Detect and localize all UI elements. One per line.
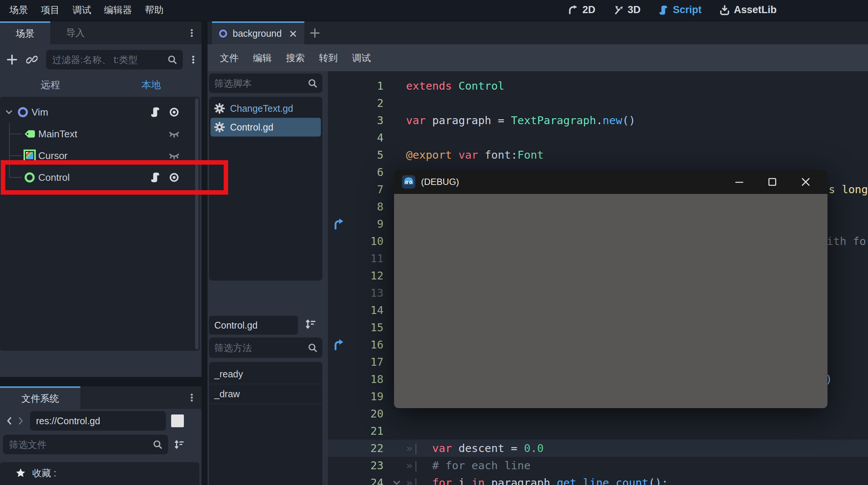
code-token: () (622, 114, 635, 127)
history-forward-icon[interactable] (15, 416, 26, 426)
script-list-item[interactable]: Control.gd (211, 118, 321, 137)
workspace-label: Script (673, 4, 702, 16)
history-back-icon[interactable] (4, 416, 15, 426)
workspace-button-assetlib[interactable]: AssetLib (719, 4, 777, 16)
code-token: . (550, 476, 557, 485)
favorites-label: 收藏 : (32, 467, 56, 479)
remote-button[interactable]: 远程 (0, 78, 101, 92)
eye-closed-icon[interactable] (168, 128, 180, 140)
tab-import[interactable]: 导入 (50, 21, 101, 44)
scripts-filter-input[interactable] (209, 74, 322, 93)
godot-editor: 场景项目调试编辑器帮助 2D3DScriptAssetLib 场景 导入 远程 (0, 0, 868, 485)
sort-files-icon[interactable] (173, 439, 185, 450)
script-editor-menubar: 文件编辑搜索转到调试 (208, 44, 868, 71)
script-icon (658, 5, 669, 16)
debug-window-title: (DEBUG) (421, 177, 459, 187)
node-buttons (168, 128, 180, 140)
code-token: var (432, 442, 452, 455)
scene-filter-input[interactable] (46, 50, 183, 69)
scene-tree-row[interactable]: MainText (0, 123, 200, 145)
node-name: Vim (32, 107, 48, 118)
line-number: 5 (328, 146, 384, 164)
scene-tree-menu-icon[interactable] (189, 54, 198, 65)
tree-guide-icon (9, 155, 22, 156)
script-menu-item-2[interactable]: 搜索 (279, 50, 312, 66)
script-list-item[interactable]: ChangeText.gd (211, 99, 321, 118)
annotation-highlight-box (1, 160, 228, 195)
search-icon (167, 54, 178, 65)
code-token: extends (406, 80, 452, 92)
workspace-button-2d[interactable]: 2D (567, 4, 596, 16)
line-number: 17 (328, 353, 384, 371)
code-token: @export (406, 149, 452, 161)
menubar-item-scene[interactable]: 场景 (3, 2, 35, 18)
favorites-row[interactable]: 收藏 : (0, 462, 199, 484)
collapse-icon[interactable] (5, 108, 14, 117)
code-token: in (472, 476, 485, 485)
menubar-item-debug[interactable]: 调试 (66, 2, 98, 18)
workspace-button-3d[interactable]: 3D (613, 4, 641, 16)
debug-window-titlebar[interactable]: (DEBUG) (394, 170, 827, 194)
search-icon (307, 342, 318, 353)
file-color-swatch[interactable] (171, 414, 184, 427)
eye-open-icon[interactable] (168, 106, 180, 118)
dock-menu-icon[interactable] (187, 27, 196, 39)
maximize-icon[interactable] (767, 176, 778, 188)
close-icon[interactable] (800, 176, 812, 188)
line-number: 3 (328, 112, 384, 129)
code-line: 2 (328, 95, 868, 112)
line-number: 23 (328, 457, 384, 474)
fold-icon[interactable] (392, 478, 402, 485)
dock-menu-icon[interactable] (187, 392, 196, 403)
gear-icon (214, 103, 225, 114)
minimize-icon[interactable] (734, 176, 745, 188)
add-node-button[interactable] (4, 54, 20, 66)
line-number: 24 (328, 474, 384, 485)
close-tab-icon[interactable] (289, 29, 298, 38)
sort-methods-icon[interactable] (304, 318, 316, 330)
debug-window[interactable]: (DEBUG) (394, 170, 827, 408)
scene-tree-row[interactable]: Vim (0, 101, 200, 123)
scene-tree-scrollbar[interactable] (195, 98, 199, 349)
workspace-button-script[interactable]: Script (658, 4, 702, 16)
code-token: descent (459, 442, 504, 455)
code-text: »|for i in paragraph.get_line_count(): (406, 474, 668, 485)
code-text: extends Control (406, 77, 504, 95)
tab-filesystem[interactable]: 文件系统 (0, 386, 80, 409)
menubar-item-editor[interactable]: 编辑器 (98, 2, 138, 18)
path-input[interactable] (30, 411, 166, 431)
line-number: 10 (328, 233, 384, 250)
tab-scene[interactable]: 场景 (0, 21, 50, 44)
local-button[interactable]: 本地 (101, 78, 202, 92)
instance-scene-button[interactable] (23, 54, 41, 65)
code-token: TextParagraph (511, 114, 596, 127)
menubar-items: 场景项目调试编辑器帮助 (3, 2, 170, 18)
script-icon[interactable] (149, 106, 161, 118)
script-menu-item-4[interactable]: 调试 (345, 50, 378, 66)
script-menu-item-0[interactable]: 文件 (213, 50, 246, 66)
method-list-item[interactable]: _draw (209, 384, 322, 404)
line-number: 4 (328, 129, 384, 146)
node-name: Cursor (38, 150, 68, 162)
code-line: 3var paragraph = TextParagraph.new() (328, 112, 868, 129)
scene-tab-background[interactable]: background (212, 21, 304, 44)
script-menu-item-1[interactable]: 编辑 (246, 50, 279, 66)
label-icon (23, 128, 36, 140)
filesystem-filter-input[interactable] (3, 435, 168, 454)
menubar-item-help[interactable]: 帮助 (138, 2, 170, 18)
code-line: 4 (328, 129, 868, 146)
new-tab-button[interactable] (304, 21, 325, 44)
code-line: 1extends Control (328, 77, 868, 95)
filesystem-tree[interactable]: 收藏 : (0, 462, 199, 485)
gear-icon (214, 122, 225, 132)
code-token: get_line_count (557, 476, 648, 485)
code-line: 21 (328, 422, 868, 440)
method-list-item[interactable]: _ready (209, 364, 322, 384)
filesystem-dock-tabs: 文件系统 (0, 386, 202, 409)
line-number: 1 (328, 77, 384, 95)
script-menu-item-3[interactable]: 转到 (312, 50, 345, 66)
current-script-dropdown[interactable]: Control.gd (209, 316, 298, 335)
scene-tree[interactable]: VimMainTextCursorControl (0, 97, 200, 351)
methods-filter-input[interactable] (209, 338, 322, 358)
menubar-item-project[interactable]: 项目 (35, 2, 66, 18)
